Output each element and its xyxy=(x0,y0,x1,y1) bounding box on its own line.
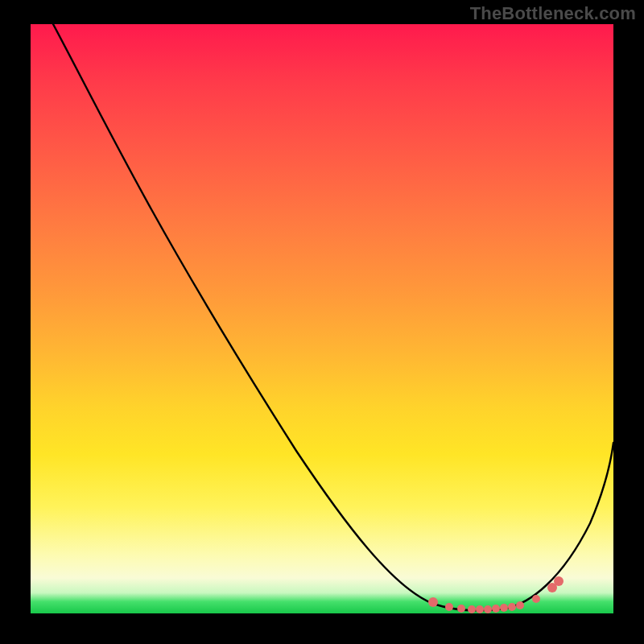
plot-background xyxy=(31,24,613,613)
watermark-text: TheBottleneck.com xyxy=(470,3,636,24)
chart-frame: TheBottleneck.com xyxy=(0,0,644,644)
